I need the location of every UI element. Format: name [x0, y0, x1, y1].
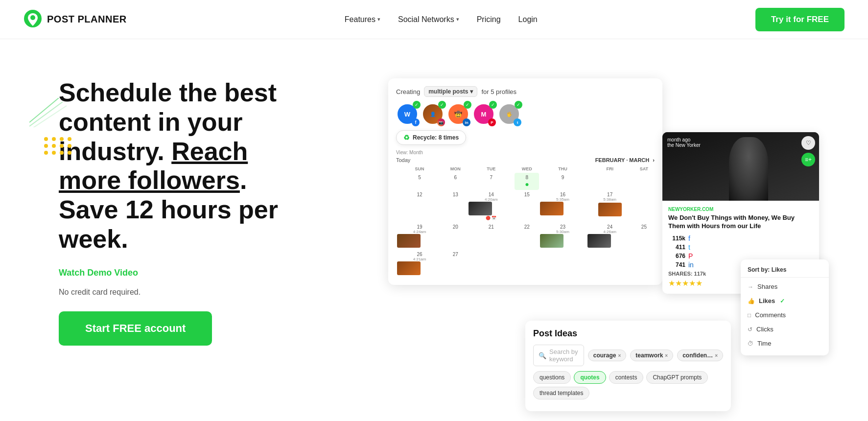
- hero-right: Creating multiple posts ▾ for 5 profiles…: [388, 69, 829, 411]
- tag-courage[interactable]: courage ×: [588, 350, 627, 361]
- headline-reach: Reach more followers: [59, 137, 248, 195]
- sortby-time[interactable]: ⏱ Time: [741, 336, 829, 351]
- search-row: 🔍 Search by keyword courage × teamwork ×…: [533, 345, 723, 366]
- avatar-3: 🤠 ✓ in: [447, 103, 469, 125]
- article-source: NEWYORKER.COM: [668, 207, 813, 212]
- logo[interactable]: POST PLANNER: [23, 9, 127, 30]
- avatar-4: M ✓ P: [472, 103, 495, 125]
- hero-section: Schedule the best content in your indust…: [0, 39, 868, 421]
- avatar-check-3: ✓: [464, 101, 471, 109]
- avatar-check-5: ✓: [515, 101, 522, 109]
- logo-icon: [23, 9, 42, 30]
- article-title: We Don't Buy Things with Money, We Buy T…: [668, 214, 813, 231]
- cal-view-label: View: Month: [396, 150, 655, 155]
- avatar-1: W ✓ f: [396, 103, 419, 125]
- recycle-icon: ♻: [403, 134, 410, 141]
- sortby-shares[interactable]: → Shares: [741, 280, 829, 294]
- post-ideas-card: Post Ideas 🔍 Search by keyword courage ×…: [525, 321, 731, 411]
- creating-label: Creating: [396, 88, 420, 95]
- avatar-check-4: ✓: [489, 101, 497, 109]
- tag-quotes[interactable]: quotes: [574, 371, 606, 384]
- sortby-clicks[interactable]: ↺ Clicks: [741, 322, 829, 336]
- stat-pi: 676 P: [668, 252, 813, 260]
- article-publisher: the New Yorker: [667, 142, 701, 148]
- cal-row-3: 19 4:24am 20 21 22 23 5:30am 24 4:26am: [396, 222, 655, 250]
- cal-nav: Today FEBRUARY · MARCH ›: [396, 157, 655, 163]
- multiple-posts-badge[interactable]: multiple posts ▾: [424, 86, 477, 97]
- article-image: month ago the New Yorker ♡ ≡+: [662, 132, 819, 201]
- cal-row-4: 26 4:21am 27: [396, 250, 655, 277]
- tag-chatgpt[interactable]: ChapGPT prompts: [646, 371, 708, 384]
- cal-row-1: 5 6 7 8● 9: [396, 173, 655, 190]
- calendar-card: Creating multiple posts ▾ for 5 profiles…: [388, 78, 662, 285]
- navbar: POST PLANNER Features ▾ Social Networks …: [0, 0, 868, 39]
- avatar-check-1: ✓: [413, 101, 421, 109]
- nav-center: Features ▾ Social Networks ▾ Pricing Log…: [345, 15, 538, 24]
- cal-row-2: 12 13 14 4:20am 🔴 📅 15 16 5:35am 17: [396, 190, 655, 222]
- post-ideas-title: Post Ideas: [533, 328, 723, 339]
- nav-login[interactable]: Login: [518, 15, 538, 24]
- features-chevron: ▾: [377, 16, 380, 23]
- tag-thread[interactable]: thread templates: [533, 387, 589, 399]
- deco-lines: [29, 98, 69, 127]
- stat-tw: 411 t: [668, 243, 813, 251]
- svg-line-4: [29, 106, 67, 127]
- svg-line-3: [29, 102, 63, 126]
- hero-left: Schedule the best content in your indust…: [59, 69, 313, 346]
- svg-line-2: [29, 98, 59, 122]
- sortby-card: Sort by: Likes → Shares 👍 Likes ✓ □ Comm…: [741, 259, 829, 355]
- social-chevron: ▾: [456, 16, 459, 23]
- recycle-badge: ♻ Recycle: 8 times: [396, 130, 466, 145]
- article-top-icons: ♡ ≡+: [801, 136, 815, 166]
- tag-contests[interactable]: contests: [609, 371, 644, 384]
- brand-name: POST PLANNER: [47, 14, 127, 25]
- navbar-right: Try it for FREE: [755, 8, 845, 31]
- add-post-icon[interactable]: ≡+: [801, 153, 815, 166]
- tag-buttons-row: questions quotes contests ChapGPT prompt…: [533, 371, 723, 399]
- tag-questions[interactable]: questions: [533, 371, 571, 384]
- for-profiles-label: for 5 profiles: [481, 88, 516, 95]
- person-silhouette: [729, 137, 768, 201]
- search-placeholder: Search by keyword: [549, 348, 579, 363]
- no-credit-text: No credit card required.: [59, 288, 313, 297]
- try-free-button[interactable]: Try it for FREE: [755, 8, 845, 31]
- avatar-2: 👤 ✓ 📷: [422, 103, 444, 125]
- today-label[interactable]: Today: [396, 157, 410, 163]
- demo-video-link[interactable]: Watch Demo Video: [59, 268, 313, 278]
- svg-point-1: [30, 15, 35, 20]
- nav-pricing[interactable]: Pricing: [477, 15, 501, 24]
- sortby-likes[interactable]: 👍 Likes ✓: [741, 294, 829, 308]
- profile-avatars: W ✓ f 👤 ✓ 📷 🤠 ✓: [396, 103, 655, 125]
- sortby-comments[interactable]: □ Comments: [741, 308, 829, 322]
- hero-headline: Schedule the best content in your indust…: [59, 78, 313, 254]
- nav-features[interactable]: Features ▾: [345, 15, 380, 24]
- sortby-title: Sort by: Likes: [741, 264, 829, 278]
- search-icon: 🔍: [539, 352, 546, 359]
- tag-teamwork[interactable]: teamwork ×: [630, 350, 673, 361]
- favorite-icon[interactable]: ♡: [801, 136, 815, 150]
- cal-header: Creating multiple posts ▾ for 5 profiles: [396, 86, 655, 97]
- avatar-5: 🖐 ✓ t: [498, 103, 520, 125]
- avatar-check-2: ✓: [438, 101, 446, 109]
- search-box[interactable]: 🔍 Search by keyword: [533, 345, 584, 366]
- article-ago: month ago: [667, 137, 701, 142]
- month-header: FEBRUARY · MARCH ›: [595, 157, 655, 163]
- stat-fb: 115k f: [668, 234, 813, 242]
- calendar-grid: SUN MON TUE WED THU FRI SAT 5 6 7 8●: [396, 165, 655, 277]
- start-free-button[interactable]: Start FREE account: [59, 311, 212, 346]
- tag-confidence[interactable]: confiden… ×: [677, 350, 723, 361]
- nav-social-networks[interactable]: Social Networks ▾: [398, 15, 459, 24]
- deco-dots: [44, 137, 72, 155]
